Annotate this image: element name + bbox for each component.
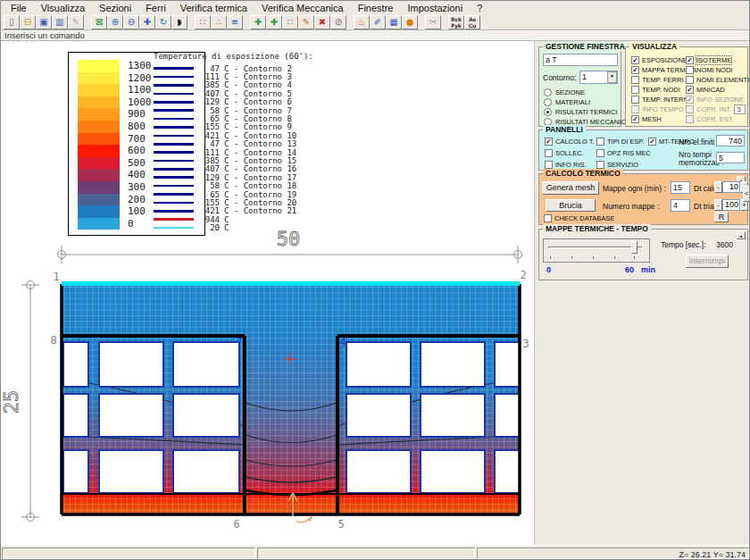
menu-item[interactable]: Impostazioni — [401, 3, 469, 13]
radio-option[interactable]: SEZIONE — [544, 88, 628, 97]
new-file-button[interactable]: ▯ — [4, 15, 20, 29]
dt-trian-value[interactable]: 100 — [722, 199, 740, 211]
dt-trian-minus-button[interactable]: - — [714, 199, 722, 211]
brucia-button[interactable]: Brucia — [546, 199, 596, 212]
checkbox-label: INFO RIS. — [555, 161, 587, 169]
delete-node-button[interactable]: ✖ — [314, 15, 330, 29]
tempo-value: 3600 — [716, 240, 733, 249]
toolbar: ▯ ⊟ ▣ ▥ ✎ ⊠ ⊕ ⊖ ✚ ↻ ◗ ∷ ∴ ≡ ✚ ✚ ∷ ✎ ✖ ⊘ … — [1, 14, 750, 29]
open-file-button[interactable]: ⊟ — [20, 15, 36, 29]
checkbox-option[interactable]: INFO SEZIONE — [686, 95, 749, 104]
checkbox-icon — [686, 56, 694, 64]
slider-min-label: 0 — [546, 265, 551, 274]
slider-thumb[interactable] — [631, 241, 638, 254]
contorno-select[interactable]: 1 ▼ — [579, 71, 618, 84]
drawing-canvas[interactable]: 1300 1200 1100 1000 900 800 700 — [1, 41, 534, 545]
interrompi-button[interactable]: Interrompi — [686, 255, 729, 268]
save-as-button[interactable]: ▥ — [52, 15, 68, 29]
menu-item[interactable]: Ferri — [139, 3, 172, 13]
add-node-button[interactable]: ✚ — [250, 15, 266, 29]
menu-item[interactable]: Verifica Meccanica — [255, 3, 350, 13]
checkbox-label: MESH — [642, 115, 662, 123]
menu-item[interactable]: ? — [471, 3, 488, 13]
checkbox-icon — [544, 214, 552, 222]
checkbox-icon — [686, 96, 694, 104]
refresh-button[interactable]: ↻ — [155, 15, 171, 29]
checkbox-label: TIPI DI ESP. — [607, 138, 645, 146]
thermal-drop-button[interactable]: ● — [402, 15, 418, 29]
shrink-left-button[interactable]: < — [743, 186, 750, 202]
checkbox-option[interactable]: MINICAD — [686, 85, 749, 95]
erase-button[interactable]: ⊘ — [330, 15, 346, 29]
mappe-termiche-panel: MAPPE TERMICHE - TEMPO ▲ 0 60 min Tempo … — [538, 229, 748, 280]
slider-track[interactable] — [548, 247, 643, 248]
pan-button[interactable]: ✚ — [139, 15, 155, 29]
checkbox-option[interactable]: OPZ RIS MEC — [596, 147, 651, 159]
verify-button[interactable]: ✐ — [370, 15, 386, 29]
radio-option[interactable]: RISULTATI TERMICI — [544, 107, 628, 117]
slider-unit-label: min — [641, 265, 655, 274]
collapse-panel-button[interactable]: ▲ — [737, 231, 746, 239]
checkbox-icon — [631, 56, 639, 64]
check-database-option[interactable]: CHECK DATABASE — [544, 213, 614, 223]
command-input[interactable]: Inserisci un comando — [1, 29, 750, 41]
print-button[interactable]: ✎ — [68, 15, 84, 29]
zoom-extents-button[interactable]: ⊠ — [91, 15, 107, 29]
checkbox-option[interactable]: NOMI ELEMENTI — [686, 75, 749, 85]
checkbox-field[interactable]: 3 — [734, 104, 746, 114]
zoom-out-button[interactable]: ⊖ — [123, 15, 139, 29]
checkbox-option[interactable]: COPR. INT. 3 — [686, 104, 749, 114]
checkbox-label: ESPOSIZIONE — [642, 56, 688, 64]
checkbox-icon — [545, 161, 553, 169]
checkbox-option[interactable]: CALCOLO T. — [545, 136, 595, 147]
pannelli-title: PANNELLI — [543, 125, 586, 134]
view-nodes-button[interactable]: ∷ — [195, 15, 211, 29]
table-button[interactable]: ▦ — [386, 15, 402, 29]
checkbox-icon — [545, 138, 553, 146]
checkbox-icon — [545, 149, 553, 157]
checkbox-option[interactable]: SOLLEC. — [545, 147, 595, 159]
status-bar: Z= 26.21 Y= 31.74 — [1, 545, 750, 560]
node-grid-button[interactable]: ∷ — [282, 15, 298, 29]
nro-tempi-value: 5 — [716, 152, 745, 163]
menu-item[interactable]: Finestre — [352, 3, 400, 13]
menu-item[interactable]: File — [4, 3, 33, 13]
menu-item[interactable]: Sezioni — [93, 3, 138, 13]
window-name-input[interactable]: a T — [543, 54, 618, 66]
add-element-button[interactable]: ✚ — [266, 15, 282, 29]
control-panel: GESTIONE FINESTRA a T Contorno: 1 ▼ SEZI… — [534, 41, 750, 545]
menu-item[interactable]: Visualizza — [35, 3, 91, 13]
dt-calc-value[interactable]: 10 — [722, 181, 740, 193]
checkbox-label: MINICAD — [696, 86, 725, 94]
edit-ferri-button[interactable]: ✎ — [298, 15, 314, 29]
checkbox-icon — [596, 138, 604, 146]
radio-option[interactable]: MATERIALI — [544, 97, 628, 107]
save-button[interactable]: ▣ — [36, 15, 52, 29]
checkbox-option[interactable]: NOMI NODI — [686, 65, 749, 75]
as-cu-button[interactable]: As Cu — [464, 15, 480, 29]
dt-calc-minus-button[interactable]: - — [714, 181, 722, 193]
checkbox-option[interactable]: TIPI DI ESP. — [596, 136, 651, 147]
menu-item[interactable]: Verifica termica — [174, 3, 254, 13]
chevron-down-icon[interactable]: ▼ — [607, 71, 617, 83]
zoom-in-button[interactable]: ⊕ — [107, 15, 123, 29]
pannelli-panel: PANNELLI CALCOLO T. SOLLEC. INFO RIS. TI… — [538, 130, 748, 171]
render-button[interactable]: ◗ — [171, 15, 188, 29]
node-label-5: 5 — [338, 518, 344, 531]
radio-label: RISULTATI TERMICI — [555, 108, 617, 116]
view-mesh-button[interactable]: ∴ — [211, 15, 227, 29]
genera-mesh-button[interactable]: Genera mesh — [542, 181, 599, 195]
tempo-label: Tempo [sec.]: — [661, 240, 706, 249]
mappe-ogni-input[interactable]: 15 — [671, 181, 690, 194]
rck-fyk-button[interactable]: Rck Fyk — [448, 15, 464, 29]
numero-mappe-input[interactable]: 4 — [671, 199, 690, 212]
time-slider[interactable] — [543, 238, 650, 263]
radio-icon — [544, 108, 552, 116]
cut-button[interactable]: ✂ — [425, 15, 441, 29]
fire-exposure-button[interactable]: ♨ — [354, 15, 370, 29]
checkbox-option[interactable]: ISOTERME — [686, 55, 749, 65]
mappe-ogni-label: Mappe ogni (min) : — [603, 184, 666, 193]
view-section-button[interactable]: ≡ — [227, 15, 243, 29]
checkbox-option[interactable]: COPR. EST. — [686, 114, 749, 124]
r-button[interactable]: R — [714, 212, 729, 222]
